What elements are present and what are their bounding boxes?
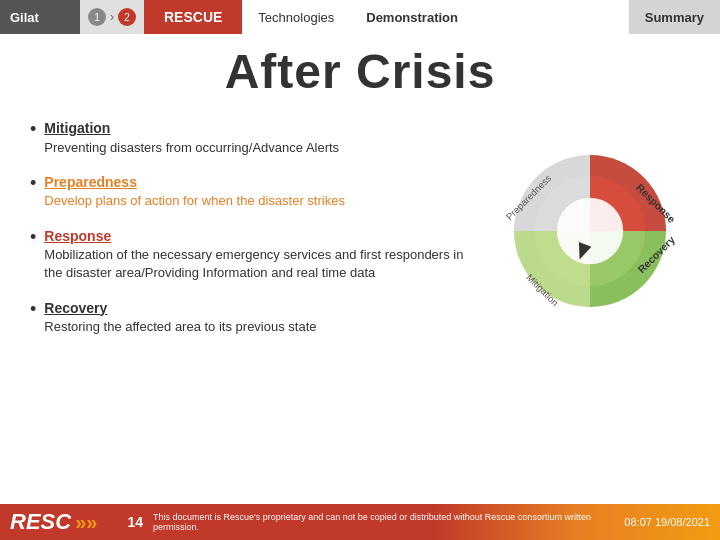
list-item: •Response Mobilization of the necessary …	[30, 227, 470, 283]
gilat-label: Gilat	[10, 10, 39, 25]
logo-arrow-1: »»	[75, 511, 97, 534]
bottom-bar: RESC »» 14 This document is Rescue's pro…	[0, 504, 720, 540]
bullet-text: Mobilization of the necessary emergency …	[44, 246, 470, 282]
bullet-text: Preventing disasters from occurring/Adva…	[44, 139, 470, 157]
nav-demonstration[interactable]: Demonstration	[350, 0, 474, 34]
list-item: •Preparedness Develop plans of action fo…	[30, 173, 470, 211]
svg-point-0	[557, 197, 624, 264]
list-item: •Recovery Restoring the affected area to…	[30, 299, 470, 337]
demonstration-label: Demonstration	[366, 10, 458, 25]
nav-rescue[interactable]: RESCUE	[144, 0, 242, 34]
nav-steps: 1 › 2	[80, 0, 144, 34]
nav-gilat: Gilat	[0, 0, 80, 34]
step-2-circle: 2	[118, 8, 136, 26]
bullet-heading: Preparedness	[44, 173, 470, 193]
bullet-dot: •	[30, 171, 36, 196]
bullet-list: •Mitigation Preventing disasters from oc…	[30, 119, 470, 352]
logo-arrows: »»	[75, 511, 97, 534]
nav-summary[interactable]: Summary	[629, 0, 720, 34]
bullet-text: Restoring the affected area to its previ…	[44, 318, 470, 336]
bullet-content: Mitigation Preventing disasters from occ…	[44, 119, 470, 157]
bullet-content: Recovery Restoring the affected area to …	[44, 299, 470, 337]
bullet-heading: Mitigation	[44, 119, 470, 139]
bullet-dot: •	[30, 297, 36, 322]
crisis-cycle-diagram: Response Recovery Mitigation Preparednes…	[495, 136, 685, 326]
step-1-circle: 1	[88, 8, 106, 26]
bullet-heading: Response	[44, 227, 470, 247]
main-content: After Crisis •Mitigation Preventing disa…	[0, 44, 720, 362]
disclaimer: This document is Rescue's proprietary an…	[153, 512, 624, 532]
logo-text: RESC	[10, 509, 71, 535]
date-stamp: 08:07 19/08/2021	[624, 516, 710, 528]
top-navigation: Gilat 1 › 2 RESCUE Technologies Demonstr…	[0, 0, 720, 34]
bullet-content: Response Mobilization of the necessary e…	[44, 227, 470, 283]
bullet-dot: •	[30, 225, 36, 250]
diagram-container: Response Recovery Mitigation Preparednes…	[490, 109, 690, 352]
bullet-text: Develop plans of action for when the dis…	[44, 192, 470, 210]
nav-technologies[interactable]: Technologies	[242, 0, 350, 34]
step-arrow: ›	[110, 10, 114, 24]
list-item: •Mitigation Preventing disasters from oc…	[30, 119, 470, 157]
technologies-label: Technologies	[258, 10, 334, 25]
logo: RESC »»	[10, 509, 97, 535]
summary-label: Summary	[645, 10, 704, 25]
bullet-heading: Recovery	[44, 299, 470, 319]
bullet-dot: •	[30, 117, 36, 142]
page-title: After Crisis	[30, 44, 690, 99]
rescue-label: RESCUE	[164, 9, 222, 25]
bullet-content: Preparedness Develop plans of action for…	[44, 173, 470, 211]
content-layout: •Mitigation Preventing disasters from oc…	[30, 119, 690, 352]
page-number: 14	[127, 514, 143, 530]
